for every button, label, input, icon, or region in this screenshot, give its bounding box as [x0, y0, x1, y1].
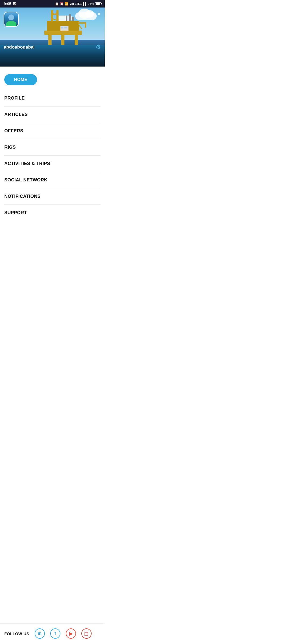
svg-rect-13: [78, 22, 86, 24]
nav-menu: HOME PROFILE ARTICLES OFFERS RIGS ACTIVI…: [0, 67, 105, 221]
nav-label-offers: OFFERS: [4, 128, 23, 134]
nav-item-profile[interactable]: PROFILE: [4, 90, 100, 107]
nav-label-rigs: RIGS: [4, 145, 16, 150]
svg-rect-14: [85, 22, 86, 28]
nav-item-support[interactable]: SUPPORT: [4, 205, 100, 221]
svg-rect-10: [66, 16, 67, 21]
status-bar: 9:05 🖼 📋 ⏰ 📶 Vol LTE1 ▌▌ 73%: [0, 0, 105, 8]
battery-icon: [95, 2, 101, 5]
avatar-image: [4, 12, 18, 26]
nav-item-articles[interactable]: ARTICLES: [4, 107, 100, 123]
status-time: 9:05: [4, 2, 11, 6]
hero-banner: abdoabogabal ⚙ ×: [0, 8, 105, 67]
battery-percent: 73%: [88, 2, 94, 5]
wifi-icon: 📶: [65, 2, 68, 6]
nav-label-activities: ACTIVITIES & TRIPS: [4, 161, 50, 166]
signal-text: Vol LTE1: [70, 2, 82, 5]
svg-rect-19: [44, 31, 82, 32]
settings-icon[interactable]: ⚙: [96, 43, 101, 50]
svg-rect-12: [72, 17, 74, 21]
svg-rect-18: [64, 27, 67, 28]
nav-item-offers[interactable]: OFFERS: [4, 123, 100, 139]
signal-bars: ▌▌: [83, 2, 87, 5]
svg-rect-11: [69, 14, 71, 21]
status-right: 📋 ⏰ 📶 Vol LTE1 ▌▌ 73%: [55, 2, 101, 6]
nav-label-social-network: SOCIAL NETWORK: [4, 177, 48, 183]
nav-item-rigs[interactable]: RIGS: [4, 139, 100, 156]
alarm-icon: ⏰: [60, 2, 64, 6]
sim-icon: 📋: [55, 2, 59, 6]
close-button[interactable]: ×: [97, 11, 101, 17]
nav-label-notifications: NOTIFICATIONS: [4, 194, 41, 199]
svg-rect-0: [44, 32, 82, 35]
nav-item-activities[interactable]: ACTIVITIES & TRIPS: [4, 156, 100, 172]
nav-label-articles: ARTICLES: [4, 112, 28, 117]
hero-username: abdoabogabal: [4, 45, 35, 50]
status-left: 9:05 🖼: [4, 2, 16, 6]
photo-icon: 🖼: [13, 2, 16, 6]
nav-label-support: SUPPORT: [4, 210, 27, 215]
svg-rect-17: [61, 27, 63, 28]
nav-item-notifications[interactable]: NOTIFICATIONS: [4, 188, 100, 205]
nav-menu-container: HOME PROFILE ARTICLES OFFERS RIGS ACTIVI…: [0, 67, 105, 242]
nav-label-profile: PROFILE: [4, 96, 25, 101]
home-label[interactable]: HOME: [4, 74, 37, 85]
home-button[interactable]: HOME: [4, 67, 100, 90]
nav-item-social-network[interactable]: SOCIAL NETWORK: [4, 172, 100, 188]
avatar: [4, 12, 19, 27]
